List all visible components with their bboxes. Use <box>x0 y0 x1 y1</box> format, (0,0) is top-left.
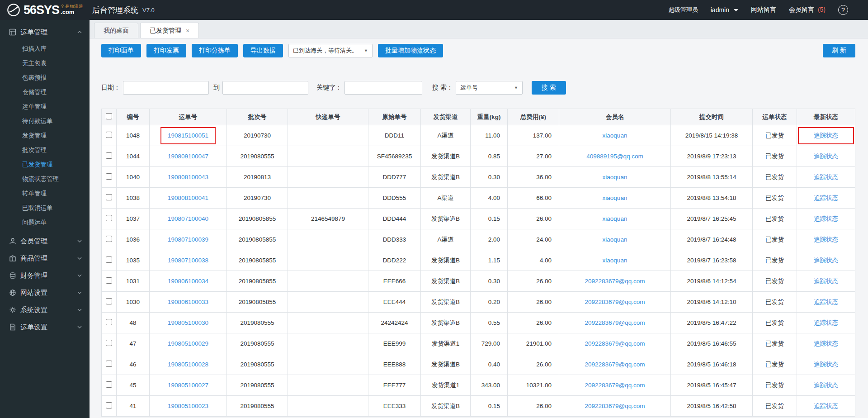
tab-my-desktop[interactable]: 我的桌面 <box>94 23 138 38</box>
track-status-link[interactable]: 追踪状态 <box>814 298 838 306</box>
member-link[interactable]: xiaoquan <box>603 195 627 201</box>
sidebar-subitem[interactable]: 发货管理 <box>0 128 90 143</box>
row-checkbox[interactable] <box>106 298 112 304</box>
waybill-link[interactable]: 190807100040 <box>168 215 208 222</box>
row-checkbox[interactable] <box>106 215 112 221</box>
sidebar-group-member-management[interactable]: 会员管理 <box>0 233 90 250</box>
waybill-link[interactable]: 190808100041 <box>168 195 208 201</box>
sidebar-subitem[interactable]: 已取消运单 <box>0 201 90 215</box>
waybill-link[interactable]: 190808100043 <box>168 174 208 180</box>
track-status-link[interactable]: 追踪状态 <box>814 173 838 181</box>
member-link[interactable]: 2092283679@qq.com <box>585 403 645 409</box>
search-button[interactable]: 搜 索 <box>532 81 566 95</box>
member-messages-link[interactable]: 会员留言 (5) <box>789 6 826 14</box>
sidebar-subitem[interactable]: 无主包裹 <box>0 56 90 71</box>
track-status-link[interactable]: 追踪状态 <box>814 215 838 223</box>
waybill-link[interactable]: 190805100027 <box>168 382 208 389</box>
waybill-link[interactable]: 190805100023 <box>168 403 208 409</box>
track-status-link[interactable]: 追踪状态 <box>814 194 838 202</box>
print-waybill-button[interactable]: 打印面单 <box>101 44 141 57</box>
sidebar-subitem[interactable]: 批次管理 <box>0 143 90 157</box>
refresh-button[interactable]: 刷 新 <box>823 44 855 57</box>
track-status-link[interactable]: 追踪状态 <box>814 152 838 161</box>
user-menu[interactable]: iadmin <box>711 6 738 14</box>
sidebar-group-website-settings[interactable]: 网站设置 <box>0 284 90 301</box>
row-id: 1036 <box>117 229 150 250</box>
sidebar-subitem[interactable]: 已发货管理 <box>0 157 90 172</box>
row-checkbox[interactable] <box>106 236 112 242</box>
row-checkbox[interactable] <box>106 132 112 138</box>
sidebar-group-waybill-management[interactable]: 运单管理 <box>0 24 90 41</box>
sidebar-group-product-management[interactable]: 商品管理 <box>0 250 90 267</box>
track-status-link[interactable]: 追踪状态 <box>814 381 838 390</box>
track-status-link[interactable]: 追踪状态 <box>814 361 838 369</box>
track-status-link[interactable]: 追踪状态 <box>814 402 838 410</box>
row-checkbox[interactable] <box>106 277 112 284</box>
keyword-input[interactable] <box>344 81 422 95</box>
sidebar-group-system-settings[interactable]: 系统设置 <box>0 301 90 318</box>
row-checkbox[interactable] <box>106 256 112 263</box>
sidebar-group-label: 财务管理 <box>20 271 77 280</box>
waybill-link[interactable]: 190806100034 <box>168 278 208 285</box>
track-status-link[interactable]: 追踪状态 <box>814 236 838 244</box>
sidebar-subitem[interactable]: 转单管理 <box>0 186 90 201</box>
waybill-link[interactable]: 190806100033 <box>168 299 208 305</box>
track-status-link[interactable]: 追踪状态 <box>814 319 838 327</box>
row-checkbox[interactable] <box>106 319 112 325</box>
sidebar-subitem[interactable]: 待付款运单 <box>0 114 90 128</box>
track-status-link[interactable]: 追踪状态 <box>814 256 838 265</box>
member-link[interactable]: xiaoquan <box>603 236 627 243</box>
row-checkbox[interactable] <box>106 173 112 180</box>
row-channel: 发货渠道1 <box>421 375 471 396</box>
waybill-link[interactable]: 190805100028 <box>168 361 208 368</box>
track-status-link[interactable]: 追踪状态 <box>814 277 838 285</box>
row-checkbox[interactable] <box>106 194 112 200</box>
brand-name: 56SYS <box>24 3 59 17</box>
logistics-status-select[interactable]: 已到达海关，等待清关。 ▼ <box>288 44 373 57</box>
waybill-link[interactable]: 190815100051 <box>168 132 208 139</box>
member-link[interactable]: 2092283679@qq.com <box>585 299 645 305</box>
track-status-link[interactable]: 追踪状态 <box>814 132 838 140</box>
member-link[interactable]: 2092283679@qq.com <box>585 340 645 347</box>
waybill-link[interactable]: 190807100039 <box>168 236 208 243</box>
batch-add-status-button[interactable]: 批量增加物流状态 <box>378 44 443 57</box>
date-to-input[interactable] <box>222 81 308 95</box>
print-invoice-button[interactable]: 打印发票 <box>146 44 186 57</box>
row-checkbox[interactable] <box>106 402 112 408</box>
select-all-checkbox[interactable] <box>106 113 112 119</box>
row-checkbox[interactable] <box>106 361 112 367</box>
member-link[interactable]: 2092283679@qq.com <box>585 278 645 285</box>
site-messages-link[interactable]: 网站留言 <box>751 6 776 14</box>
waybill-link[interactable]: 190805100029 <box>168 340 208 347</box>
sidebar-subitem[interactable]: 扫描入库 <box>0 42 90 56</box>
row-checkbox[interactable] <box>106 381 112 388</box>
tab-close-icon[interactable]: × <box>186 27 189 34</box>
sidebar-subitem[interactable]: 包裹预报 <box>0 71 90 85</box>
sidebar-group-waybill-settings[interactable]: 运单设置 <box>0 318 90 336</box>
sidebar-subitem[interactable]: 物流状态管理 <box>0 172 90 186</box>
member-link[interactable]: xiaoquan <box>603 215 627 222</box>
member-link[interactable]: xiaoquan <box>603 132 627 139</box>
search-by-select[interactable]: 运单号 ▼ <box>456 81 523 95</box>
help-icon[interactable]: ? <box>838 5 848 15</box>
date-from-input[interactable] <box>123 81 209 95</box>
tab-shipped-management[interactable]: 已发货管理 × <box>140 23 199 38</box>
sidebar-subitem[interactable]: 问题运单 <box>0 215 90 230</box>
member-link[interactable]: 2092283679@qq.com <box>585 382 645 389</box>
member-link[interactable]: 409889195@qq.com <box>586 153 643 160</box>
waybill-link[interactable]: 190809100047 <box>168 153 208 160</box>
sidebar-group-finance-management[interactable]: 财务管理 <box>0 267 90 284</box>
sidebar-subitem[interactable]: 运单管理 <box>0 100 90 114</box>
row-checkbox[interactable] <box>106 152 112 159</box>
print-sorting-button[interactable]: 打印分拣单 <box>192 44 238 57</box>
track-status-link[interactable]: 追踪状态 <box>814 340 838 348</box>
member-link[interactable]: 2092283679@qq.com <box>585 319 645 326</box>
member-link[interactable]: xiaoquan <box>603 257 627 264</box>
sidebar-subitem[interactable]: 仓储管理 <box>0 85 90 100</box>
member-link[interactable]: xiaoquan <box>603 174 627 180</box>
row-checkbox[interactable] <box>106 340 112 346</box>
waybill-link[interactable]: 190805100030 <box>168 319 208 326</box>
member-link[interactable]: 2092283679@qq.com <box>585 361 645 368</box>
export-data-button[interactable]: 导出数据 <box>243 44 283 57</box>
waybill-link[interactable]: 190807100038 <box>168 257 208 264</box>
